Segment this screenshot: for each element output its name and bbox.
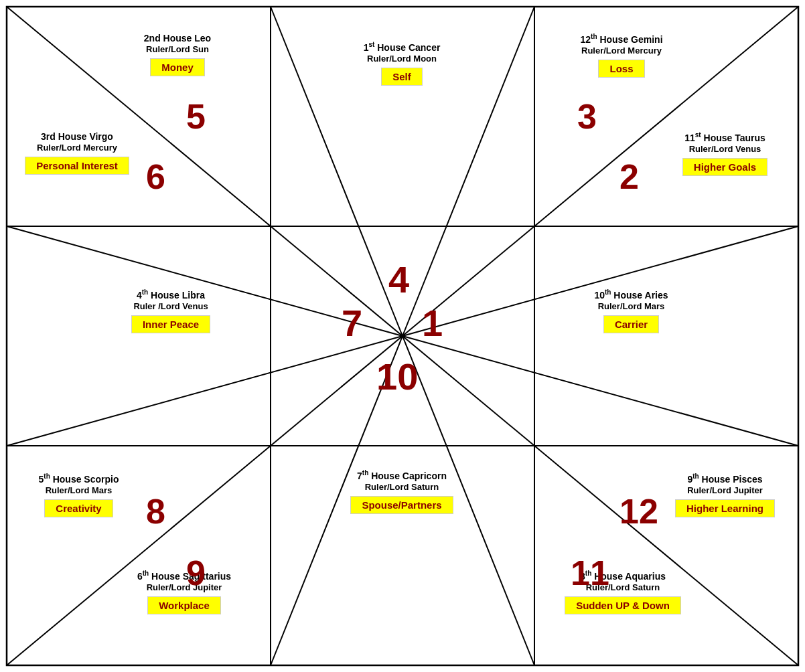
num-1: 1 [422,305,443,342]
house-2-badge: Money [150,58,205,76]
house-6-title: 6th House Sagittarius [137,569,231,582]
num-5: 5 [186,99,206,134]
astrology-chart: 1st House Cancer Ruler/Lord Moon Self 2n… [0,0,805,672]
house-9-title: 9th House Pisces [687,472,762,485]
house-11-badge: Higher Goals [682,158,767,176]
house-9-ruler: Ruler/Lord Jupiter [687,485,763,497]
house-8: 8th House Aquarius Ruler/Lord Saturn Sud… [536,569,710,614]
house-12-ruler: Ruler/Lord Mercury [581,46,662,57]
house-10-ruler: Ruler/Lord Mars [598,301,665,313]
house-5-badge: Creativity [44,499,113,517]
house-2-ruler: Ruler/Lord Sun [146,44,209,56]
house-4-badge: Inner Peace [131,315,210,333]
house-3-title: 3rd House Virgo [41,131,113,143]
num-6: 6 [146,159,165,194]
house-9-badge: Higher Learning [675,499,775,517]
house-10: 10th House Aries Ruler/Lord Mars Carrier [556,288,707,333]
house-11-ruler: Ruler/Lord Venus [689,144,761,155]
house-10-title: 10th House Aries [594,288,668,301]
num-8: 8 [146,494,165,529]
num-11: 11 [571,556,609,590]
house-9: 9th House Pisces Ruler/Lord Jupiter High… [650,472,800,517]
svg-line-16 [402,336,798,446]
num-4: 4 [388,261,409,299]
house-5: 5th House Scorpio Ruler/Lord Mars Creati… [3,472,154,517]
house-5-title: 5th House Scorpio [39,472,119,485]
house-3-badge: Personal Interest [25,157,129,175]
house-1: 1st House Cancer Ruler/Lord Moon Self [288,40,516,86]
house-12-badge: Loss [598,60,644,78]
house-6-ruler: Ruler/Lord Jupiter [147,582,222,594]
house-6-badge: Workplace [147,596,221,614]
house-3-ruler: Ruler/Lord Mercury [37,143,117,154]
house-4-title: 4th House Libra [137,288,205,301]
house-5-ruler: Ruler/Lord Mars [46,485,113,497]
num-3: 3 [577,99,597,134]
house-8-badge: Sudden UP & Down [565,596,681,614]
num-2: 2 [619,159,639,194]
house-2: 2nd House Leo Ruler/Lord Sun Money [97,32,258,76]
num-10: 10 [376,358,418,396]
house-4: 4th House Libra Ruler /Lord Venus Inner … [94,288,248,333]
house-7-badge: Spouse/Partners [350,496,453,514]
house-1-ruler: Ruler/Lord Moon [367,54,437,65]
house-11-title: 11st House Taurus [684,131,765,144]
num-9: 9 [186,556,206,590]
house-2-title: 2nd House Leo [144,32,211,44]
svg-line-14 [7,336,402,446]
house-10-badge: Carrier [603,315,659,333]
house-6: 6th House Sagittarius Ruler/Lord Jupiter… [97,569,271,614]
house-7-ruler: Ruler/Lord Saturn [365,482,439,493]
house-1-title: 1st House Cancer [364,40,441,54]
house-12: 12th House Gemini Ruler/Lord Mercury Los… [541,32,702,78]
house-12-title: 12th House Gemini [580,32,662,46]
house-7-title: 7th House Capricorn [357,469,447,482]
num-12: 12 [619,494,658,529]
num-7: 7 [342,305,362,342]
house-4-ruler: Ruler /Lord Venus [133,301,208,313]
house-11: 11st House Taurus Ruler/Lord Venus Highe… [650,131,800,176]
house-7: 7th House Capricorn Ruler/Lord Saturn Sp… [288,469,516,514]
house-1-badge: Self [381,68,423,86]
house-3: 3rd House Virgo Ruler/Lord Mercury Perso… [3,131,151,175]
